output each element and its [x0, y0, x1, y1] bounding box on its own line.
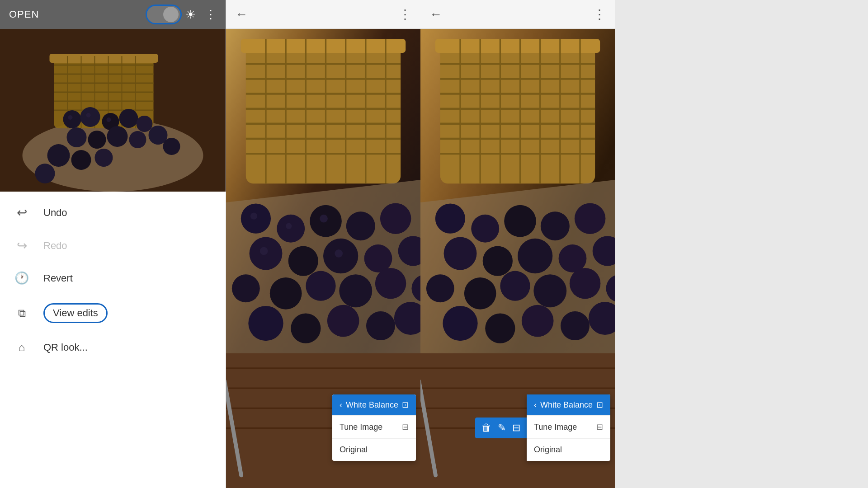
- right-popup-original[interactable]: Original: [527, 438, 610, 461]
- header-toggle-area: ☀: [146, 5, 196, 24]
- svg-point-17: [80, 107, 100, 127]
- svg-point-123: [561, 311, 590, 340]
- menu-item-revert[interactable]: 🕐 Revert: [0, 262, 226, 294]
- brightness-icon: ☀: [185, 8, 196, 22]
- layers-icon: ⧉: [14, 307, 30, 319]
- svg-point-57: [380, 203, 411, 234]
- right-popup-edit-icon[interactable]: ⊡: [596, 400, 603, 410]
- svg-point-109: [444, 237, 477, 270]
- middle-popup-header: ‹ White Balance ⊡: [332, 394, 416, 415]
- middle-popup-menu: ‹ White Balance ⊡ Tune Image ⊟ Original: [332, 394, 416, 461]
- right-panel-header: ← ⋮: [420, 0, 615, 29]
- svg-rect-3: [50, 54, 158, 63]
- svg-point-74: [250, 212, 257, 219]
- middle-popup-tune-image[interactable]: Tune Image ⊟: [332, 415, 416, 438]
- original-label-right: Original: [534, 445, 562, 455]
- svg-point-122: [522, 305, 554, 337]
- svg-point-27: [71, 150, 91, 170]
- svg-point-104: [435, 204, 465, 234]
- svg-point-118: [570, 268, 600, 299]
- menu-item-qr-look[interactable]: ⌂ QR look...: [0, 332, 226, 363]
- svg-point-63: [232, 274, 260, 302]
- svg-point-71: [327, 305, 359, 337]
- right-popup-menu: ‹ White Balance ⊡ Tune Image ⊟ Original: [527, 394, 610, 461]
- svg-point-77: [335, 249, 343, 258]
- right-photo-area: 🗑 ✎ ⊟ ‹ White Balance ⊡ Tune Image ⊟ Ori…: [420, 29, 615, 488]
- middle-back-icon[interactable]: ←: [235, 7, 248, 22]
- svg-point-107: [541, 211, 570, 240]
- middle-popup-chevron-left[interactable]: ‹: [340, 400, 342, 410]
- toggle-knob: [163, 7, 179, 22]
- svg-point-78: [260, 247, 268, 255]
- tune-image-label-middle: Tune Image: [340, 422, 382, 432]
- redo-icon: ↪: [14, 238, 30, 253]
- right-popup-chevron-left[interactable]: ‹: [534, 400, 537, 410]
- svg-point-75: [286, 223, 292, 229]
- menu-item-undo[interactable]: ↩ Undo: [0, 196, 226, 229]
- menu-items: ↩ Undo ↪ Redo 🕐 Revert ⧉ View edits ⌂ QR…: [0, 192, 226, 488]
- menu-item-qr-look-label: QR look...: [43, 342, 88, 353]
- original-label-middle: Original: [340, 445, 368, 455]
- middle-popup-edit-icon[interactable]: ⊡: [402, 400, 409, 410]
- svg-point-115: [464, 277, 496, 310]
- right-popup-title: White Balance: [540, 400, 593, 410]
- svg-point-69: [248, 306, 283, 341]
- right-popup-toolbar: 🗑 ✎ ⊟ ‹ White Balance ⊡ Tune Image ⊟ Ori…: [475, 394, 610, 461]
- header-more-icon[interactable]: ⋮: [205, 8, 217, 22]
- svg-point-110: [483, 246, 513, 276]
- svg-point-20: [137, 116, 153, 132]
- svg-point-56: [346, 211, 375, 240]
- svg-point-26: [47, 144, 70, 167]
- right-popup-tune-image[interactable]: Tune Image ⊟: [527, 415, 610, 438]
- open-button[interactable]: OPEN: [9, 9, 39, 20]
- svg-point-120: [443, 306, 477, 341]
- svg-point-114: [426, 274, 454, 302]
- menu-item-view-edits-label: View edits: [43, 303, 108, 323]
- svg-point-105: [471, 215, 499, 243]
- menu-item-redo[interactable]: ↪ Redo: [0, 229, 226, 262]
- svg-point-106: [504, 205, 536, 237]
- toggle-switch[interactable]: [146, 5, 182, 24]
- blueberry-scene-left: [0, 29, 226, 192]
- svg-point-30: [35, 164, 55, 183]
- svg-point-59: [288, 246, 318, 276]
- svg-point-117: [533, 274, 566, 307]
- svg-point-121: [485, 313, 515, 343]
- left-header: OPEN ☀ ⋮: [0, 0, 226, 29]
- right-back-icon[interactable]: ←: [429, 7, 442, 22]
- svg-point-19: [119, 109, 138, 128]
- menu-item-redo-label: Redo: [43, 240, 67, 252]
- undo-icon: ↩: [14, 205, 30, 220]
- extra-space: [615, 0, 868, 488]
- svg-point-65: [306, 271, 335, 301]
- svg-point-31: [68, 115, 73, 120]
- right-panel: ← ⋮: [420, 0, 615, 488]
- tune-image-icon-middle: ⊟: [402, 422, 409, 432]
- menu-item-view-edits[interactable]: ⧉ View edits: [0, 294, 226, 332]
- edit-icon[interactable]: ✎: [498, 422, 506, 434]
- svg-point-33: [107, 117, 111, 122]
- svg-point-70: [291, 313, 321, 343]
- middle-popup-original[interactable]: Original: [332, 438, 416, 461]
- sliders-icon[interactable]: ⊟: [512, 422, 520, 434]
- svg-point-32: [86, 113, 91, 117]
- svg-point-16: [63, 110, 81, 128]
- photo-preview: [0, 29, 226, 192]
- middle-more-icon[interactable]: ⋮: [399, 7, 411, 22]
- revert-icon: 🕐: [14, 271, 30, 285]
- right-more-icon[interactable]: ⋮: [593, 7, 606, 22]
- tune-image-label-right: Tune Image: [534, 422, 577, 432]
- tune-image-icon-right: ⊟: [596, 422, 603, 432]
- right-popup-header: ‹ White Balance ⊡: [527, 394, 610, 415]
- middle-photo-area: ‹ White Balance ⊡ Tune Image ⊟ Original: [226, 29, 420, 488]
- svg-point-29: [163, 138, 180, 155]
- svg-point-108: [575, 203, 605, 234]
- svg-point-72: [366, 311, 395, 340]
- delete-icon[interactable]: 🗑: [481, 422, 491, 434]
- left-panel: OPEN ☀ ⋮: [0, 0, 226, 488]
- middle-panel: ← ⋮: [226, 0, 420, 488]
- middle-panel-header: ← ⋮: [226, 0, 420, 29]
- svg-point-116: [500, 271, 530, 301]
- svg-point-21: [67, 127, 87, 147]
- svg-point-22: [88, 131, 106, 149]
